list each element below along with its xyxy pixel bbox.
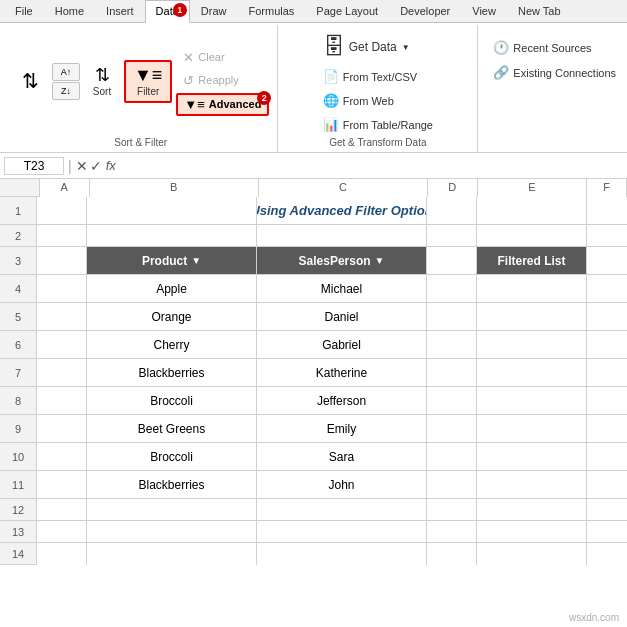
cell-d1[interactable] [427, 197, 477, 225]
cell-a12[interactable] [37, 499, 87, 521]
cell-d3[interactable] [427, 247, 477, 275]
tab-home[interactable]: Home [44, 0, 95, 22]
clear-button[interactable]: ✕ Clear [176, 47, 269, 68]
cell-c3[interactable]: SalesPerson ▼ [257, 247, 427, 275]
cell-c8[interactable]: Jefferson [257, 387, 427, 415]
cell-a3[interactable] [37, 247, 87, 275]
cell-d13[interactable] [427, 521, 477, 543]
cell-e11[interactable] [477, 471, 587, 499]
existing-connections-button[interactable]: 🔗 Existing Connections [486, 62, 623, 83]
cell-b12[interactable] [87, 499, 257, 521]
cell-d5[interactable] [427, 303, 477, 331]
cell-c12[interactable] [257, 499, 427, 521]
tab-insert[interactable]: Insert [95, 0, 145, 22]
sort-button[interactable]: ⇅ Sort [84, 63, 120, 100]
cell-a9[interactable] [37, 415, 87, 443]
cell-f9[interactable] [587, 415, 627, 443]
tab-file[interactable]: File [4, 0, 44, 22]
cell-a7[interactable] [37, 359, 87, 387]
cell-e8[interactable] [477, 387, 587, 415]
get-data-button[interactable]: 🗄 Get Data ▼ [316, 31, 417, 63]
from-table-range-button[interactable]: 📊 From Table/Range [316, 114, 440, 135]
cell-f12[interactable] [587, 499, 627, 521]
cell-c7[interactable]: Katherine [257, 359, 427, 387]
col-header-d[interactable]: D [428, 179, 478, 197]
cell-b14[interactable] [87, 543, 257, 565]
cell-d7[interactable] [427, 359, 477, 387]
cell-d14[interactable] [427, 543, 477, 565]
sort-az-button[interactable]: ⇅ [12, 68, 48, 94]
sort-asc-button[interactable]: A↑ [52, 63, 80, 81]
cell-a1[interactable] [37, 197, 87, 225]
cell-f6[interactable] [587, 331, 627, 359]
cell-a14[interactable] [37, 543, 87, 565]
tab-formulas[interactable]: Formulas [238, 0, 306, 22]
cell-e7[interactable] [477, 359, 587, 387]
cell-c5[interactable]: Daniel [257, 303, 427, 331]
cell-d6[interactable] [427, 331, 477, 359]
confirm-formula-icon[interactable]: ✓ [90, 158, 102, 174]
cell-a2[interactable] [37, 225, 87, 247]
cell-e6[interactable] [477, 331, 587, 359]
tab-draw[interactable]: Draw [190, 0, 238, 22]
cell-b5[interactable]: Orange [87, 303, 257, 331]
reapply-button[interactable]: ↺ Reapply [176, 70, 269, 91]
advanced-button[interactable]: ▼≡ Advanced 2 [176, 93, 269, 116]
cell-e14[interactable] [477, 543, 587, 565]
cell-e3[interactable]: Filtered List [477, 247, 587, 275]
cell-d11[interactable] [427, 471, 477, 499]
cell-b2[interactable] [87, 225, 257, 247]
from-text-csv-button[interactable]: 📄 From Text/CSV [316, 66, 424, 87]
cell-d12[interactable] [427, 499, 477, 521]
cell-e10[interactable] [477, 443, 587, 471]
tab-developer[interactable]: Developer [389, 0, 461, 22]
cell-b11[interactable]: Blackberries [87, 471, 257, 499]
cell-c10[interactable]: Sara [257, 443, 427, 471]
cell-e4[interactable] [477, 275, 587, 303]
tab-new-tab[interactable]: New Tab [507, 0, 572, 22]
cell-b7[interactable]: Blackberries [87, 359, 257, 387]
tab-page-layout[interactable]: Page Layout [305, 0, 389, 22]
filter-button[interactable]: ▼≡ Filter [124, 60, 172, 103]
sort-desc-button[interactable]: Z↓ [52, 82, 80, 100]
cell-a6[interactable] [37, 331, 87, 359]
tab-data[interactable]: Data 1 [145, 0, 190, 23]
cell-d2[interactable] [427, 225, 477, 247]
cell-d4[interactable] [427, 275, 477, 303]
cell-e5[interactable] [477, 303, 587, 331]
cell-c13[interactable] [257, 521, 427, 543]
cell-b8[interactable]: Broccoli [87, 387, 257, 415]
cell-c1[interactable]: Using Advanced Filter Option [257, 197, 427, 225]
cell-e13[interactable] [477, 521, 587, 543]
cell-c2[interactable] [257, 225, 427, 247]
col-header-e[interactable]: E [478, 179, 587, 197]
cell-c14[interactable] [257, 543, 427, 565]
cell-b6[interactable]: Cherry [87, 331, 257, 359]
tab-view[interactable]: View [461, 0, 507, 22]
cell-a8[interactable] [37, 387, 87, 415]
cell-f14[interactable] [587, 543, 627, 565]
cell-a4[interactable] [37, 275, 87, 303]
cell-c6[interactable]: Gabriel [257, 331, 427, 359]
cell-a10[interactable] [37, 443, 87, 471]
cell-a13[interactable] [37, 521, 87, 543]
cell-f1[interactable] [587, 197, 627, 225]
cell-e2[interactable] [477, 225, 587, 247]
cell-b10[interactable]: Broccoli [87, 443, 257, 471]
cell-b13[interactable] [87, 521, 257, 543]
cell-f7[interactable] [587, 359, 627, 387]
col-header-b[interactable]: B [90, 179, 259, 197]
cell-b4[interactable]: Apple [87, 275, 257, 303]
col-header-f[interactable]: F [587, 179, 627, 197]
col-header-a[interactable]: A [40, 179, 90, 197]
cell-b9[interactable]: Beet Greens [87, 415, 257, 443]
cell-c4[interactable]: Michael [257, 275, 427, 303]
cell-f8[interactable] [587, 387, 627, 415]
formula-input[interactable] [120, 158, 623, 174]
cell-f10[interactable] [587, 443, 627, 471]
cell-f13[interactable] [587, 521, 627, 543]
cell-d10[interactable] [427, 443, 477, 471]
cell-b1[interactable] [87, 197, 257, 225]
cell-f2[interactable] [587, 225, 627, 247]
cell-a5[interactable] [37, 303, 87, 331]
